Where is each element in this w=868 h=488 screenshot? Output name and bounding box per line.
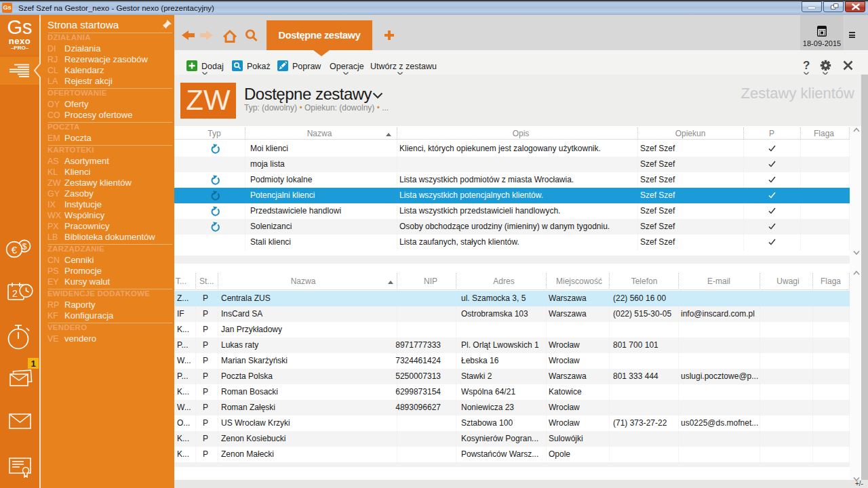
svg-text:€: € bbox=[12, 244, 18, 256]
svg-text:$: $ bbox=[22, 242, 27, 251]
svg-text:2: 2 bbox=[12, 288, 18, 299]
svg-text:1: 1 bbox=[31, 359, 35, 369]
